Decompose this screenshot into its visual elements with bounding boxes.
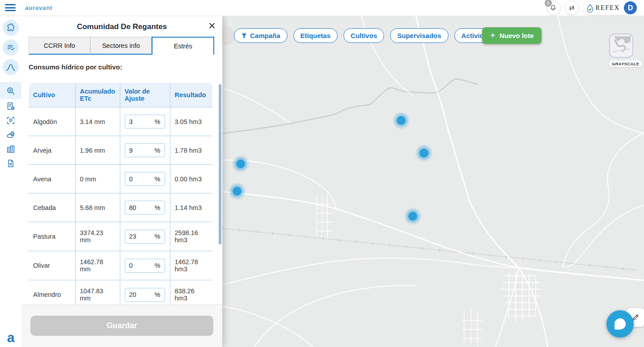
notifications-button[interactable]: 0 (546, 0, 561, 15)
field-marker[interactable] (419, 149, 428, 158)
crops-table-container[interactable]: Cultivo Acumulado ETc Valor de Ajuste Re… (29, 83, 212, 304)
ajuste-input-box[interactable]: % (125, 143, 165, 157)
save-button[interactable]: Guardar (30, 316, 213, 336)
header-resultado: Resultado (170, 83, 212, 107)
plus-icon: + (490, 30, 496, 41)
sidebar-item-weather[interactable] (0, 128, 21, 142)
cell-resultado: 838.26 hm3 (170, 280, 212, 305)
cell-acumulado: 3.14 mm (75, 107, 120, 136)
tasks-check-icon (6, 43, 16, 52)
cell-acumulado: 1047.83 mm (75, 280, 120, 305)
ajuste-input[interactable] (129, 233, 149, 240)
cell-acumulado: 3374.23 mm (75, 222, 120, 251)
sidebar-item-documents[interactable] (0, 156, 21, 171)
percent-suffix: % (155, 204, 161, 211)
ajuste-input[interactable] (129, 176, 149, 183)
ajuste-input[interactable] (129, 204, 149, 211)
sidebar-item-tasks[interactable] (3, 39, 19, 56)
table-row: Olivar1462.78 mm%1462.78 hm3 (29, 251, 212, 280)
auravant-mark-logo[interactable]: a (0, 330, 21, 345)
map-style-thumbnail[interactable] (609, 34, 633, 58)
ajuste-input[interactable] (129, 262, 149, 269)
chip-supervisados[interactable]: Supervisados (390, 28, 448, 43)
ajuste-input[interactable] (129, 118, 149, 125)
organization-switcher[interactable]: REFEX D (583, 0, 635, 15)
ajuste-input-box[interactable]: % (125, 172, 165, 186)
section-title: Consumo hídrico por cultivo: (29, 63, 122, 71)
table-row: Avena0 mm%0.00 hm3 (29, 165, 212, 193)
percent-suffix: % (155, 118, 161, 125)
percent-suffix: % (155, 147, 161, 154)
map-style-control[interactable]: GRAYSCALE (609, 34, 633, 67)
new-lot-button[interactable]: + Nuevo lote (482, 27, 542, 44)
analytics-search-icon (6, 86, 16, 96)
cell-ajuste: % (120, 280, 170, 305)
cell-acumulado: 1462.78 mm (75, 251, 120, 280)
user-avatar[interactable]: D (623, 0, 638, 15)
ajuste-input-box[interactable]: % (125, 115, 165, 129)
cell-cultivo: Algodón (29, 107, 75, 136)
header-ajuste: Valor de Ajuste (120, 83, 170, 107)
table-row: Almendro1047.83 mm%838.26 hm3 (29, 280, 212, 305)
cell-ajuste: % (120, 193, 170, 222)
weather-icon (6, 130, 16, 140)
chip-label: Campaña (250, 32, 280, 39)
table-row: Algodón3.14 mm%3.05 hm3 (29, 107, 212, 136)
ajuste-input-box[interactable]: % (125, 288, 165, 302)
panel-title: Comunidad De Regantes (21, 22, 222, 31)
sidebar-item-reports[interactable] (0, 99, 21, 113)
map-style-label: GRAYSCALE (609, 60, 642, 67)
percent-suffix: % (155, 262, 161, 269)
cell-cultivo: Almendro (29, 280, 75, 305)
field-scan-icon (6, 116, 16, 125)
sidebar-item-curves[interactable] (3, 59, 19, 75)
filter-chips-bar: Campaña Etiquetas Cultivos Supervisados … (234, 28, 506, 43)
field-marker[interactable] (236, 159, 245, 168)
chip-label: Cultivos (351, 32, 377, 39)
percent-suffix: % (155, 233, 161, 240)
chip-campana[interactable]: Campaña (234, 28, 288, 43)
ajuste-input-box[interactable]: % (125, 259, 165, 273)
topbar-right-cluster: 0 REFEX D (546, 0, 635, 15)
app-logo[interactable]: auravant (25, 4, 52, 11)
cell-ajuste: % (120, 136, 170, 165)
crops-table: Cultivo Acumulado ETc Valor de Ajuste Re… (29, 83, 212, 304)
panel-scrollbar-thumb[interactable] (219, 84, 221, 244)
panel-tabs: CCRR Info Sectores info Estrés (29, 37, 214, 55)
sidebar-item-organization[interactable] (0, 142, 21, 156)
table-body: Algodón3.14 mm%3.05 hm3Arveja1.96 mm%1.7… (29, 107, 212, 305)
tab-estres[interactable]: Estrés (152, 37, 214, 55)
hamburger-menu-button[interactable] (5, 4, 16, 12)
curve-icon (5, 62, 16, 73)
tab-sectores-info[interactable]: Sectores info (90, 37, 152, 55)
cell-cultivo: Pastura (29, 222, 75, 251)
cell-resultado: 1462.78 hm3 (170, 251, 212, 280)
ajuste-input-box[interactable]: % (125, 201, 165, 214)
ajuste-input[interactable] (129, 147, 149, 154)
percent-suffix: % (155, 176, 161, 183)
field-marker[interactable] (397, 116, 406, 125)
table-row: Cebada5.68 mm%1.14 hm3 (29, 193, 212, 222)
chip-label: Supervisados (397, 32, 441, 39)
percent-suffix: % (155, 291, 161, 298)
ajuste-input[interactable] (129, 291, 149, 298)
cell-ajuste: % (120, 222, 170, 251)
chip-etiquetas[interactable]: Etiquetas (293, 28, 338, 43)
transfer-arrows-icon (568, 4, 576, 12)
organization-icon (6, 144, 16, 154)
tab-ccrr-info[interactable]: CCRR Info (29, 37, 90, 55)
ajuste-input-box[interactable]: % (125, 230, 165, 244)
sidebar-item-field-scan[interactable] (0, 113, 21, 128)
cell-resultado: 0.00 hm3 (170, 165, 212, 193)
close-icon[interactable]: ✕ (207, 21, 217, 31)
sidebar-item-analytics-active[interactable] (0, 83, 21, 99)
cell-ajuste: % (120, 165, 170, 193)
document-icon (6, 159, 15, 168)
field-marker[interactable] (233, 187, 242, 196)
field-marker[interactable] (408, 212, 417, 221)
sidebar-item-extensions[interactable] (3, 20, 19, 36)
switch-account-button[interactable] (564, 0, 579, 15)
chip-cultivos[interactable]: Cultivos (343, 28, 384, 43)
organization-name: REFEX (596, 4, 620, 12)
chat-launcher-button[interactable] (606, 310, 634, 338)
